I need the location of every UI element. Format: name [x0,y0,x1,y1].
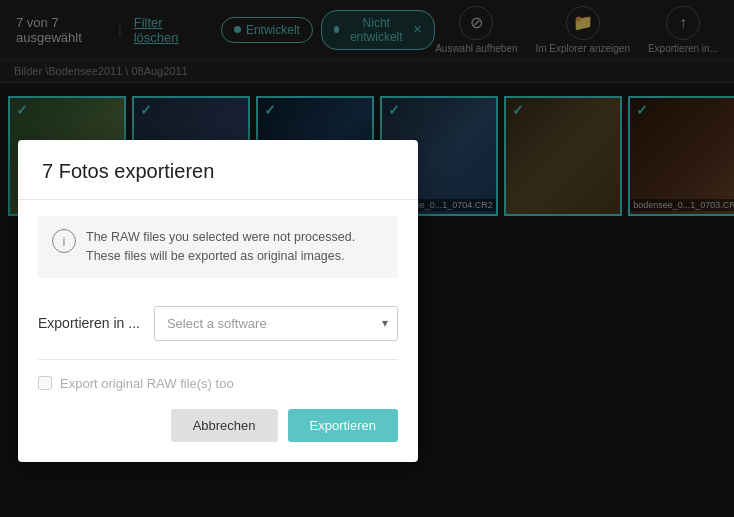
info-text: The RAW files you selected were not proc… [86,228,384,266]
modal-overlay: 7 Fotos exportieren i The RAW files you … [0,0,734,517]
info-icon: i [52,229,76,253]
dialog-title: 7 Fotos exportieren [18,140,418,200]
software-select[interactable]: Select a software [154,306,398,341]
checkbox-label: Export original RAW file(s) too [60,376,234,391]
checkbox-row: Export original RAW file(s) too [18,372,418,405]
software-select-wrapper: Select a software ▾ [154,306,398,341]
export-row: Exportieren in ... Select a software ▾ [18,294,418,347]
export-raw-checkbox[interactable] [38,376,52,390]
export-button[interactable]: Exportieren [288,409,398,442]
dialog-divider [38,359,398,360]
export-dialog: 7 Fotos exportieren i The RAW files you … [18,140,418,462]
info-box: i The RAW files you selected were not pr… [38,216,398,278]
dialog-buttons: Abbrechen Exportieren [18,405,418,442]
cancel-button[interactable]: Abbrechen [171,409,278,442]
export-label: Exportieren in ... [38,315,140,331]
